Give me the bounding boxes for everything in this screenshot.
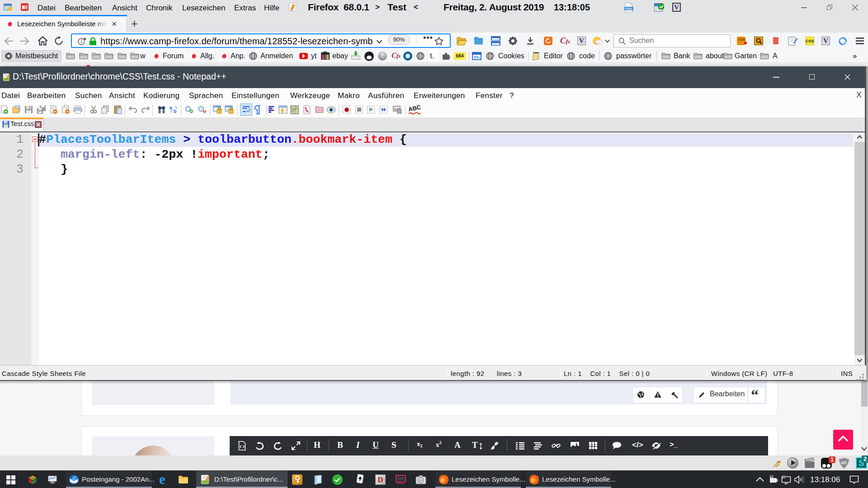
svg-text:a: a (170, 105, 172, 110)
svg-text:uO: uO (841, 460, 847, 465)
svg-text:b: b (174, 109, 176, 114)
svg-text:CSS: CSS (625, 7, 632, 10)
